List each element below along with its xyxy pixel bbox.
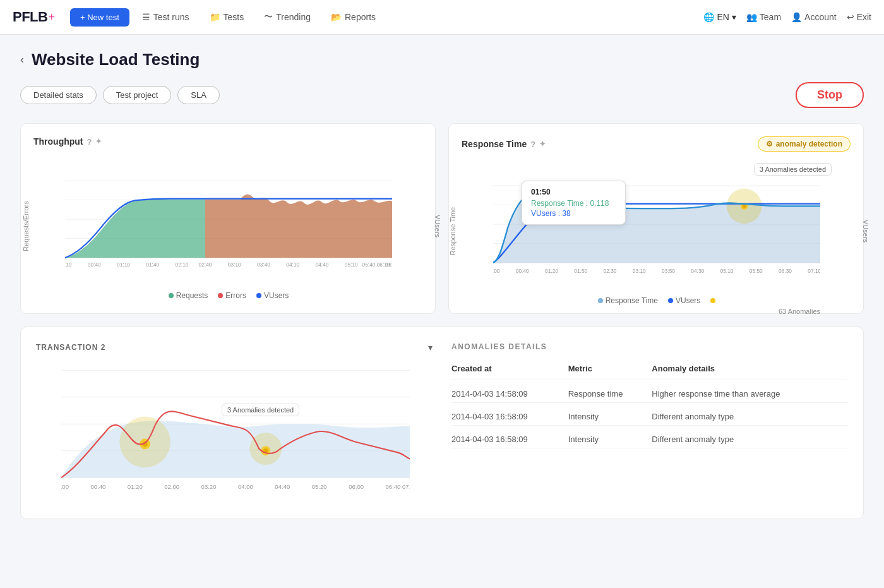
errors-label: Errors xyxy=(225,291,246,300)
back-button[interactable]: ‹ xyxy=(20,53,24,66)
loading-icon-rt: ✦ xyxy=(539,140,546,148)
response-time-title-text: Response Time xyxy=(462,139,527,149)
account-icon: 👤 xyxy=(791,12,802,22)
transaction-anomaly-label: 3 Anomalies detected xyxy=(222,404,299,416)
stop-button[interactable]: Stop xyxy=(796,82,864,108)
new-test-button[interactable]: + New test xyxy=(70,8,129,27)
requests-label: Requests xyxy=(176,291,208,300)
cell-metric: Intensity xyxy=(568,426,652,448)
table-row: 2014-04-03 14:58:09 Response time Higher… xyxy=(451,380,848,403)
svg-text:02:30: 02:30 xyxy=(604,268,617,274)
svg-text:01:20: 01:20 xyxy=(128,483,143,490)
legend-anomaly xyxy=(710,296,715,305)
cell-metric: Response time xyxy=(568,380,652,403)
svg-text:02:10: 02:10 xyxy=(176,261,189,268)
exit-label: Exit xyxy=(857,12,871,22)
nav-trending-label: Trending xyxy=(276,12,311,22)
reports-icon: 📂 xyxy=(331,12,342,22)
svg-text:03:20: 03:20 xyxy=(201,483,217,490)
svg-text:05:10: 05:10 xyxy=(720,268,734,274)
language-selector[interactable]: 🌐 EN ▾ xyxy=(703,12,736,22)
throughput-y-right-label: VUsers xyxy=(434,215,441,237)
throughput-title-text: Throughput xyxy=(33,136,83,147)
account-label: Account xyxy=(804,12,837,22)
svg-text:02:00: 02:00 xyxy=(164,483,179,490)
cell-created-at: 2014-04-03 16:58:09 xyxy=(451,403,568,426)
svg-text:06:30: 06:30 xyxy=(779,268,792,274)
exit-icon: ↩ xyxy=(847,12,854,22)
tab-test-project[interactable]: Test project xyxy=(103,86,171,104)
list-icon: ☰ xyxy=(142,12,150,22)
legend-rt: Response Time xyxy=(598,296,658,305)
cell-anomaly-details: Different anomaly type xyxy=(652,426,848,448)
page: ‹ Website Load Testing Detailed stats Te… xyxy=(0,35,884,534)
svg-text:00:40: 00:40 xyxy=(516,268,529,274)
svg-text:00:40: 00:40 xyxy=(88,261,101,268)
team-nav[interactable]: 👥 Team xyxy=(746,12,781,22)
vusers-rt-label: VUsers xyxy=(676,296,700,305)
table-row: 2014-04-03 16:58:09 Intensity Different … xyxy=(451,426,848,448)
help-icon: ? xyxy=(87,137,92,147)
anomaly-detection-badge[interactable]: ⚙ anomaly detection xyxy=(758,136,851,152)
svg-text:05:10: 05:10 xyxy=(345,261,358,268)
svg-text:05:40: 05:40 xyxy=(362,261,376,268)
response-time-chart-card: Response Time ? ✦ ⚙ anomaly detection Re… xyxy=(448,123,864,314)
svg-text:05:50: 05:50 xyxy=(750,268,763,274)
svg-text:00:10: 00:10 xyxy=(65,261,72,268)
transaction-dropdown[interactable]: ▾ xyxy=(428,342,433,352)
svg-text:05:20: 05:20 xyxy=(312,483,327,490)
col-anomaly-details: Anomaly details xyxy=(652,364,848,380)
vusers-rt-dot xyxy=(668,298,673,303)
logo-text: PFLB xyxy=(13,9,47,25)
svg-text:01:50: 01:50 xyxy=(574,268,587,274)
tab-sla[interactable]: SLA xyxy=(177,86,220,104)
nav-trending[interactable]: 〜 Trending xyxy=(256,11,318,23)
nav-tests-label: Tests xyxy=(224,12,244,22)
svg-text:03:10: 03:10 xyxy=(633,268,646,274)
throughput-y-left-label: Requests/Errors xyxy=(22,201,30,251)
logo-plus: + xyxy=(48,11,55,24)
folder-icon: 📁 xyxy=(210,12,220,22)
nav-test-runs-label: Test runs xyxy=(153,12,189,22)
anomalies-section: ANOMALIES DETAILS Created at Metric Anom… xyxy=(451,342,848,503)
tab-detailed-stats[interactable]: Detailed stats xyxy=(20,86,97,104)
legend-vusers-rt: VUsers xyxy=(668,296,700,305)
legend-requests: Requests xyxy=(169,291,208,300)
anomalies-table: Created at Metric Anomaly details 2014-0… xyxy=(451,364,848,448)
team-icon: 👥 xyxy=(746,12,757,22)
svg-text:04:10: 04:10 xyxy=(286,261,299,268)
trending-icon: 〜 xyxy=(264,11,273,23)
nav-reports[interactable]: 📂 Reports xyxy=(323,12,383,22)
svg-text:04:40: 04:40 xyxy=(275,483,290,490)
nav-test-runs[interactable]: ☰ Test runs xyxy=(134,12,197,22)
nav-tests[interactable]: 📁 Tests xyxy=(202,12,252,22)
anomaly-count: 63 Anomalies xyxy=(493,308,820,315)
svg-text:07:10: 07:10 xyxy=(808,268,820,274)
exit-nav[interactable]: ↩ Exit xyxy=(847,12,871,22)
cell-metric: Intensity xyxy=(568,403,652,426)
cell-anomaly-details: Different anomaly type xyxy=(652,403,848,426)
throughput-legend: Requests Errors VUsers xyxy=(65,291,392,300)
chevron-down-icon: ▾ xyxy=(732,12,736,22)
lang-label: EN xyxy=(717,12,729,22)
response-time-chart-title: Response Time ? ✦ ⚙ anomaly detection xyxy=(462,136,851,152)
svg-text:03:40: 03:40 xyxy=(257,261,270,268)
cell-created-at: 2014-04-03 14:58:09 xyxy=(451,380,568,403)
col-created-at: Created at xyxy=(451,364,568,380)
flag-icon: 🌐 xyxy=(703,12,714,22)
vusers-dot xyxy=(256,293,261,298)
svg-text:06:00: 06:00 xyxy=(349,483,364,490)
svg-text:06:40: 06:40 xyxy=(386,483,401,490)
anomaly-dot xyxy=(710,298,715,303)
cell-anomaly-details: Higher response time than average xyxy=(652,380,848,403)
cell-created-at: 2014-04-03 16:58:09 xyxy=(451,426,568,448)
throughput-chart-title: Throughput ? ✦ xyxy=(33,136,422,147)
svg-text:03:50: 03:50 xyxy=(662,268,675,274)
legend-vusers: VUsers xyxy=(256,291,289,300)
svg-text:01:40: 01:40 xyxy=(146,261,159,268)
page-title: Website Load Testing xyxy=(32,50,200,69)
rt-y-right-label: VUsers xyxy=(862,220,869,243)
svg-text:06:40: 06:40 xyxy=(386,261,392,268)
response-time-legend: Response Time VUsers xyxy=(493,296,820,305)
account-nav[interactable]: 👤 Account xyxy=(791,12,837,22)
